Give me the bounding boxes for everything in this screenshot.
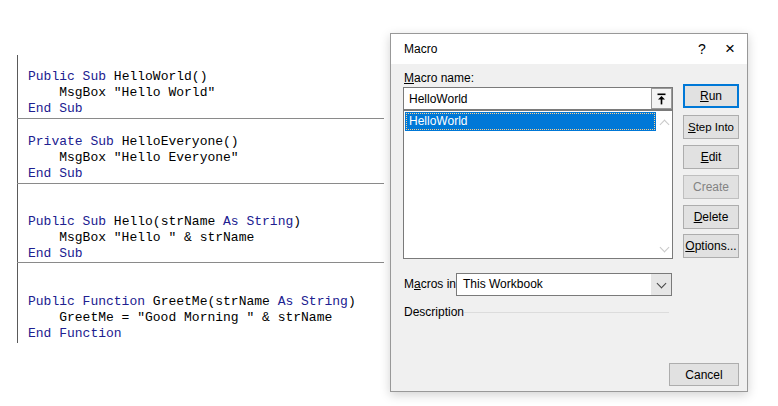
run-button[interactable]: Run	[683, 84, 739, 108]
macro-name-field-wrap	[403, 87, 673, 110]
create-button: Create	[683, 175, 739, 199]
screen: Public Sub HelloWorld() MsgBox "Hello Wo…	[0, 0, 778, 406]
chevron-down-icon[interactable]	[651, 274, 671, 295]
dialog-title: Macro	[404, 34, 437, 64]
code-block-greetme[interactable]: Public Function GreetMe(strName As Strin…	[28, 294, 356, 342]
code-block-helloworld[interactable]: Public Sub HelloWorld() MsgBox "Hello Wo…	[28, 69, 215, 117]
macro-list[interactable]: HelloWorld	[403, 110, 673, 259]
macros-in-label: Macros in:	[404, 277, 459, 291]
procedure-separator	[17, 262, 384, 263]
up-arrow-bar-icon	[656, 93, 667, 105]
code-block-hello[interactable]: Public Sub Hello(strName As String) MsgB…	[28, 214, 301, 262]
scroll-up-icon[interactable]	[661, 117, 668, 131]
description-divider	[464, 312, 669, 313]
margin-indicator-bar	[17, 55, 18, 343]
macros-in-dropdown[interactable]: This Workbook	[456, 273, 672, 296]
description-label: Description	[404, 305, 464, 319]
options-button[interactable]: Options...	[683, 234, 739, 258]
macro-name-label: Macro name:	[404, 71, 474, 85]
macro-name-input[interactable]	[403, 87, 673, 110]
code-block-helloeveryone[interactable]: Private Sub HelloEveryone() MsgBox "Hell…	[28, 134, 239, 182]
vba-code-pane: Public Sub HelloWorld() MsgBox "Hello Wo…	[0, 0, 390, 406]
list-item[interactable]: HelloWorld	[405, 112, 656, 131]
collapse-arrow-button[interactable]	[651, 88, 672, 109]
procedure-separator	[17, 183, 384, 184]
cancel-button[interactable]: Cancel	[669, 363, 739, 386]
edit-button[interactable]: Edit	[683, 145, 739, 169]
macro-dialog: Macro ? × Macro name: HelloWorld Run Ste…	[390, 33, 748, 392]
dialog-titlebar[interactable]: Macro ? ×	[391, 34, 747, 64]
procedure-separator	[17, 118, 384, 119]
delete-button[interactable]: Delete	[683, 205, 739, 229]
step-into-button[interactable]: Step Into	[683, 115, 739, 139]
close-icon[interactable]: ×	[717, 34, 743, 64]
help-icon[interactable]: ?	[689, 34, 715, 64]
macros-in-value: This Workbook	[463, 274, 543, 295]
scroll-down-icon[interactable]	[661, 240, 668, 254]
